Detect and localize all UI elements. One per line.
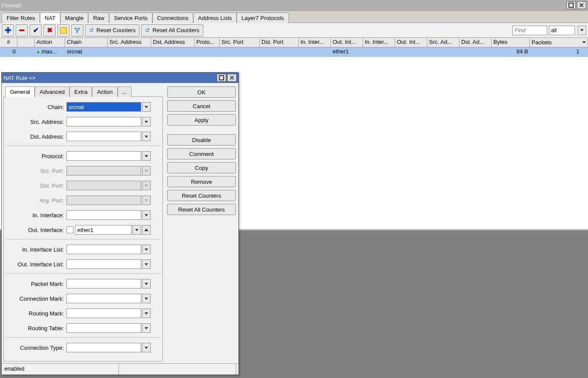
dropdown-chain[interactable] [142,102,151,112]
dropdown-out-interface[interactable] [132,225,141,235]
reset-counters-button[interactable]: Reset Counters [167,190,236,201]
cell-packets: 1 [530,47,588,57]
input-connection-mark[interactable] [66,294,141,303]
input-out-interface-list[interactable] [66,259,141,269]
cancel-button[interactable]: Cancel [167,100,236,112]
disable-button[interactable]: ✖ [43,24,56,36]
close-button[interactable] [577,1,586,9]
dialog-tab-action[interactable]: Action [92,86,117,97]
col-out-int[interactable]: Out. Int... [331,38,363,47]
label-out-interface-list: Out. Interface List: [6,261,66,268]
reset-all-counters-button[interactable]: Reset All Counters [167,204,236,215]
remove-button[interactable]: ━ [16,24,28,36]
table-row[interactable]: 0 ⬥ mas... srcnat ether1 84 B 1 [0,47,588,57]
filter-select[interactable]: all [549,26,575,35]
col-chain[interactable]: Chain [65,38,108,47]
cell-num: 0 [0,47,17,57]
input-protocol[interactable] [66,151,141,161]
tab-address-lists[interactable]: Address Lists [193,13,237,23]
col-bytes[interactable]: Bytes [492,38,530,47]
expand-connection-mark[interactable] [142,294,151,303]
col-dst-ad[interactable]: Dst. Ad... [459,38,492,47]
col-src-address[interactable]: Src. Address [108,38,151,47]
chevron-down-icon [135,229,139,231]
input-in-interface[interactable] [66,210,141,220]
copy-button[interactable]: Copy [167,162,236,173]
field-connection-mark: Connection Mark: [6,293,161,304]
tab-connections[interactable]: Connections [152,13,193,23]
dialog-tab-extra[interactable]: Extra [69,86,92,97]
field-packet-mark: Packet Mark: [6,278,161,289]
input-chain[interactable] [66,102,141,112]
input-src-address[interactable] [66,117,141,126]
col-out-int2[interactable]: Out. Int... [395,38,427,47]
main-tabs: Filter Rules NAT Mangle Raw Service Port… [0,11,588,23]
field-any-port: Any. Port: [6,195,161,206]
expand-dst-address[interactable] [142,132,151,141]
filter-dropdown-button[interactable] [578,26,586,35]
input-out-interface[interactable] [75,225,132,235]
col-num[interactable]: # [0,38,17,47]
maximize-button[interactable] [566,1,576,9]
apply-button[interactable]: Apply [167,114,236,126]
dialog-maximize-button[interactable] [217,74,226,82]
collapse-out-interface[interactable] [142,225,151,235]
tab-mangle[interactable]: Mangle [60,13,89,23]
col-dst-port[interactable]: Dst. Port [260,38,299,47]
expand-packet-mark[interactable] [142,279,151,288]
input-connection-type[interactable] [66,343,141,352]
tab-raw[interactable]: Raw [88,13,109,23]
dialog-close-button[interactable] [227,74,237,82]
col-flag[interactable] [17,38,35,47]
ok-button[interactable]: OK [167,86,236,98]
maximize-icon [219,75,224,80]
filter-button[interactable] [71,24,83,36]
input-packet-mark[interactable] [66,279,141,288]
dialog-tab-more[interactable]: ... [118,86,132,97]
input-dst-address[interactable] [66,132,141,141]
expand-src-address[interactable] [142,117,151,126]
invert-out-interface[interactable] [66,226,73,233]
col-proto[interactable]: Proto... [195,38,220,47]
expand-protocol[interactable] [142,151,151,161]
col-dst-address[interactable]: Dst. Address [151,38,195,47]
col-packets[interactable]: Packets [530,38,588,47]
disable-button[interactable]: Disable [167,134,236,146]
dialog-action-column: OK Cancel Apply Disable Comment Copy Rem… [165,83,238,363]
field-routing-table: Routing Table: [6,322,161,334]
dialog-tab-advanced[interactable]: Advanced [35,86,69,97]
expand-routing-table[interactable] [142,323,151,333]
reset-all-counters-button[interactable]: ↺ Reset All Counters [141,24,203,36]
input-dst-port [66,181,141,190]
reset-counters-button[interactable]: ↺ Reset Counters [85,24,139,36]
dialog-titlebar[interactable]: NAT Rule <> [2,73,238,83]
dialog-tab-general[interactable]: General [5,86,35,97]
tab-filter-rules[interactable]: Filter Rules [2,13,40,23]
expand-connection-type[interactable] [142,343,151,352]
enable-button[interactable]: ✔ [30,24,42,36]
expand-routing-mark[interactable] [142,308,151,318]
remove-button[interactable]: Remove [167,176,236,187]
col-action[interactable]: Action [35,38,65,47]
tab-service-ports[interactable]: Service Ports [109,13,152,23]
input-routing-mark[interactable] [66,308,141,318]
tab-layer7-protocols[interactable]: Layer7 Protocols [237,13,289,23]
col-in-inter2[interactable]: In. Inter... [363,38,395,47]
cell-flag [17,47,35,57]
find-input[interactable] [512,26,547,35]
input-in-interface-list[interactable] [66,245,141,254]
col-in-inter[interactable]: In. Inter... [299,38,331,47]
comment-button[interactable] [57,24,69,36]
col-src-ad[interactable]: Src. Ad... [427,38,459,47]
add-button[interactable]: ✚ [2,24,14,36]
chevron-down-icon [145,214,148,216]
col-src-port[interactable]: Src. Port [220,38,260,47]
chevron-down-icon [145,347,148,349]
expand-in-interface[interactable] [142,210,151,220]
tab-nat[interactable]: NAT [40,13,60,23]
input-routing-table[interactable] [66,323,141,333]
comment-button[interactable]: Comment [167,148,236,159]
expand-out-interface-list[interactable] [142,259,151,269]
chevron-down-icon [145,185,148,187]
expand-in-interface-list[interactable] [142,245,151,254]
